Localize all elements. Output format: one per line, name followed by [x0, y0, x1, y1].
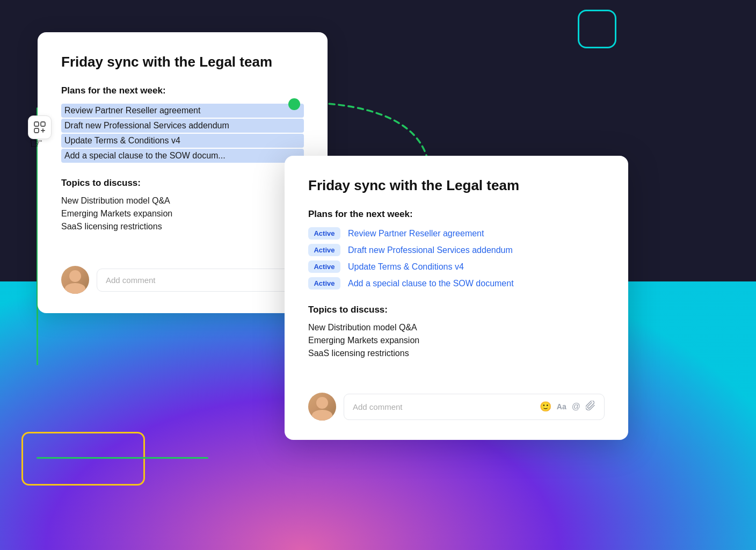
- status-badge-4: Active: [308, 277, 340, 290]
- comment-placeholder-text: Add comment: [353, 402, 533, 411]
- right-plan-row-4: Active Add a special clause to the SOW d…: [308, 277, 605, 290]
- right-topic-1: New Distribution model Q&A: [308, 323, 605, 332]
- status-badge-3: Active: [308, 260, 340, 273]
- mention-icon[interactable]: @: [572, 402, 580, 411]
- right-topics-label: Topics to discuss:: [308, 305, 605, 315]
- right-plan-row-2: Active Draft new Professional Services a…: [308, 244, 605, 256]
- left-topic-1: New Distribution model Q&A: [61, 196, 304, 206]
- svg-rect-1: [34, 122, 39, 126]
- plan-link-3[interactable]: Update Terms & Conditions v4: [348, 262, 464, 272]
- left-topic-2: Emerging Markets expansion: [61, 209, 304, 219]
- right-plan-row-1: Active Review Partner Reseller agreement: [308, 227, 605, 240]
- svg-rect-2: [41, 122, 45, 126]
- cursor-pointer: ☞: [30, 134, 43, 152]
- plan-link-2[interactable]: Draft new Professional Services addendum: [348, 245, 513, 255]
- left-comment-area: Add comment: [61, 253, 304, 294]
- widget-icon: [34, 121, 46, 133]
- right-comment-input[interactable]: Add comment 🙂 Aa @: [344, 394, 605, 420]
- plan-link-4[interactable]: Add a special clause to the SOW document: [348, 279, 514, 288]
- text-format-icon[interactable]: Aa: [557, 402, 566, 411]
- left-plan-item-4: Add a special clause to the SOW docum...: [61, 149, 304, 163]
- left-plan-items: Review Partner Reseller agreement Draft …: [61, 104, 304, 163]
- left-plans-label: Plans for the next week:: [61, 85, 304, 96]
- left-plan-item-2: Draft new Professional Services addendum: [61, 119, 304, 133]
- svg-rect-3: [34, 128, 39, 133]
- left-avatar-img: [61, 266, 89, 294]
- right-card: Friday sync with the Legal team Plans fo…: [285, 156, 628, 440]
- status-badge-1: Active: [308, 227, 340, 240]
- connector-start-dot: [288, 98, 300, 110]
- left-card-title: Friday sync with the Legal team: [61, 54, 304, 70]
- right-plans-label: Plans for the next week:: [308, 209, 605, 220]
- left-topic-3: SaaS licensing restrictions: [61, 222, 304, 231]
- left-topics-label: Topics to discuss:: [61, 178, 304, 189]
- right-card-title: Friday sync with the Legal team: [308, 177, 605, 194]
- attachment-icon[interactable]: [586, 401, 595, 413]
- yellow-rect-decoration: [21, 432, 145, 486]
- right-avatar-img: [308, 393, 336, 421]
- emoji-icon[interactable]: 🙂: [540, 401, 551, 412]
- left-avatar: [61, 266, 89, 294]
- left-comment-input[interactable]: Add comment: [97, 269, 304, 292]
- right-plan-row-3: Active Update Terms & Conditions v4: [308, 260, 605, 273]
- plan-link-1[interactable]: Review Partner Reseller agreement: [348, 229, 484, 238]
- comment-icon-group: 🙂 Aa @: [540, 401, 595, 413]
- right-avatar: [308, 393, 336, 421]
- right-topic-3: SaaS licensing restrictions: [308, 349, 605, 358]
- left-card: Friday sync with the Legal team Plans fo…: [38, 32, 328, 313]
- right-topic-2: Emerging Markets expansion: [308, 336, 605, 345]
- left-plan-item-3: Update Terms & Conditions v4: [61, 134, 304, 148]
- teal-square-decoration: [578, 10, 616, 48]
- right-comment-area: Add comment 🙂 Aa @: [308, 380, 605, 421]
- green-horizontal-line: [37, 457, 208, 459]
- right-plan-items: Active Review Partner Reseller agreement…: [308, 227, 605, 290]
- status-badge-2: Active: [308, 244, 340, 256]
- left-plan-item-1: Review Partner Reseller agreement: [61, 104, 304, 118]
